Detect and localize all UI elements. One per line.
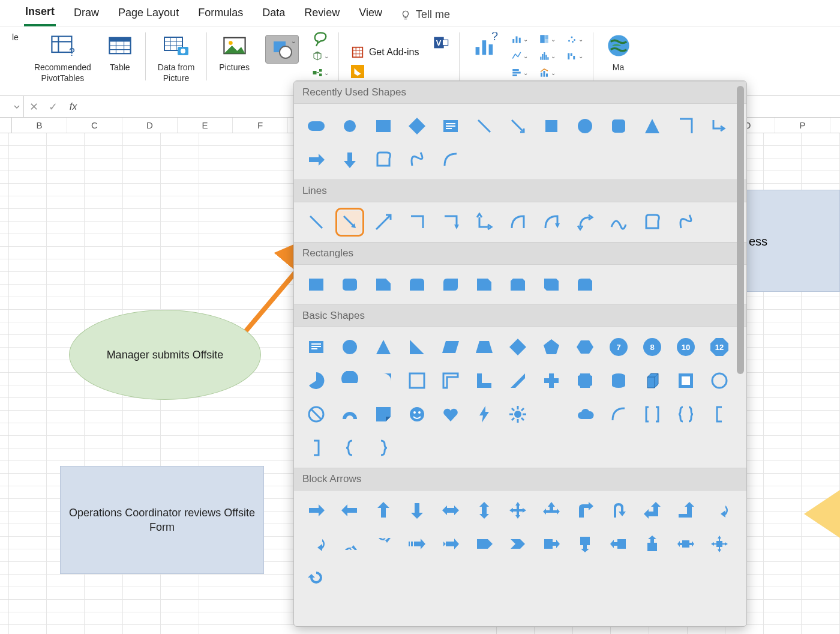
column-header[interactable]: C xyxy=(67,118,122,133)
visio-addin-button[interactable]: V xyxy=(433,36,449,49)
shape-arc[interactable] xyxy=(439,148,462,171)
shape-freeform[interactable] xyxy=(372,148,395,171)
recommended-pivottables-button[interactable]: ? Recommended PivotTables xyxy=(28,32,97,93)
shape-cube[interactable] xyxy=(641,369,664,392)
smartart-button[interactable]: ⌄ xyxy=(312,66,329,79)
shape-rect-single-corner[interactable] xyxy=(372,273,395,296)
shape-arrow-leftright[interactable] xyxy=(439,499,462,522)
shape-arrow-quad[interactable] xyxy=(506,499,529,522)
shape-no-symbol[interactable] xyxy=(305,403,328,426)
tab-draw[interactable]: Draw xyxy=(73,4,100,25)
shape-rounded-rectangle[interactable] xyxy=(305,115,328,137)
shape-left-bracket[interactable] xyxy=(708,403,731,426)
icons-button[interactable] xyxy=(312,32,329,46)
shape-elbow-double-arrow[interactable] xyxy=(473,211,496,234)
shape-circle-small[interactable] xyxy=(574,115,596,137)
column-header[interactable]: E xyxy=(178,118,233,133)
shape-lightning[interactable] xyxy=(473,403,496,426)
shape-rect-snip-two[interactable] xyxy=(506,273,529,296)
shape-dodecagon[interactable]: 12 xyxy=(708,336,731,358)
shape-right-bracket[interactable] xyxy=(305,436,328,459)
pictures-button[interactable]: Pictures xyxy=(213,32,256,93)
shape-rect-snip-corner[interactable] xyxy=(473,273,496,296)
shape-folded-corner[interactable] xyxy=(372,403,395,426)
shape-moon[interactable] xyxy=(540,403,563,426)
shape-arrow-striped-right[interactable] xyxy=(406,533,428,555)
bing-maps-addin-button[interactable] xyxy=(351,65,364,80)
column-header[interactable]: D xyxy=(122,118,178,133)
shape-hexagon[interactable] xyxy=(574,336,596,358)
shape-elbow-arrow[interactable] xyxy=(708,115,731,137)
shape-arrow-chevron[interactable] xyxy=(506,533,529,555)
pivottable-button-partial[interactable]: le xyxy=(12,32,25,93)
shape-arrow-uturn[interactable] xyxy=(607,499,630,522)
shape-line-plain[interactable] xyxy=(305,211,328,234)
shape-right-brace[interactable] xyxy=(372,436,395,459)
shape-rect-rounded[interactable] xyxy=(338,273,361,296)
shape-teardrop[interactable] xyxy=(372,369,395,392)
column-chart-button[interactable]: ⌄ xyxy=(511,32,528,46)
tab-insert[interactable]: Insert xyxy=(24,3,56,26)
shape-triangle-up[interactable] xyxy=(372,336,395,358)
shape-arrow-down-callout[interactable] xyxy=(574,533,596,555)
3d-models-button[interactable]: ⌄ xyxy=(312,49,329,62)
tab-view[interactable]: View xyxy=(358,4,383,25)
shape-arrow-bent-up[interactable] xyxy=(674,499,697,522)
shape-scribble[interactable] xyxy=(406,148,428,171)
histogram-chart-button[interactable]: ⌄ xyxy=(539,49,556,62)
shape-frame[interactable] xyxy=(406,369,428,392)
oval-shape-manager-submits[interactable]: Manager submits Offsite xyxy=(69,310,261,400)
shape-can[interactable] xyxy=(607,369,630,392)
shape-arrow-up[interactable] xyxy=(372,499,395,522)
shape-text-box[interactable] xyxy=(439,115,462,137)
treemap-chart-button[interactable]: ⌄ xyxy=(539,32,556,46)
shape-block-arc[interactable] xyxy=(338,403,361,426)
combo-chart-button[interactable]: ⌄ xyxy=(539,66,556,79)
shape-plaque[interactable] xyxy=(574,369,596,392)
shape-rounded-square[interactable] xyxy=(607,115,630,137)
shape-diamond2[interactable] xyxy=(506,336,529,358)
shape-arrow-curved-left[interactable] xyxy=(305,533,328,555)
shape-cloud[interactable] xyxy=(574,403,596,426)
shape-donut[interactable] xyxy=(708,369,731,392)
shape-rect-snip-diag[interactable] xyxy=(540,273,563,296)
rect-shape-operations-coordinator[interactable]: Operations Coordinator reviews Offsite F… xyxy=(60,466,264,574)
shape-curved-connector[interactable] xyxy=(506,211,529,234)
fx-label[interactable]: fx xyxy=(62,101,84,112)
data-from-picture-button[interactable]: Data from Picture xyxy=(152,32,200,93)
shape-arrow-pentagon[interactable] xyxy=(473,533,496,555)
shape-half-frame[interactable] xyxy=(439,369,462,392)
shape-arrow-quad-callout[interactable] xyxy=(708,533,731,555)
shape-heart[interactable] xyxy=(439,403,462,426)
shape-arrow-right[interactable] xyxy=(305,499,328,522)
shape-l-connector[interactable] xyxy=(674,115,697,137)
shape-arc2[interactable] xyxy=(607,403,630,426)
enter-formula-button[interactable]: ✓ xyxy=(43,100,62,113)
shape-oval[interactable] xyxy=(338,115,361,137)
shape-arrow-updown[interactable] xyxy=(473,499,496,522)
shape-arrow-notched-right[interactable] xyxy=(439,533,462,555)
shape-rect[interactable] xyxy=(305,273,328,296)
shape-diamond[interactable] xyxy=(406,115,428,137)
shape-rect-top-rounded[interactable] xyxy=(406,273,428,296)
shape-arrow-curved-up[interactable] xyxy=(338,533,361,555)
scatter-chart-button[interactable]: ⌄ xyxy=(566,32,583,46)
scrollbar-thumb[interactable] xyxy=(737,86,744,374)
shape-freeform-line[interactable] xyxy=(641,211,664,234)
column-header[interactable]: B xyxy=(12,118,67,133)
shape-chord[interactable] xyxy=(338,369,361,392)
shape-pentagon[interactable] xyxy=(540,336,563,358)
shape-decagon[interactable]: 10 xyxy=(674,336,697,358)
shape-arrow-curved-down[interactable] xyxy=(372,533,395,555)
shape-double-brace[interactable] xyxy=(674,403,697,426)
name-box[interactable] xyxy=(0,96,24,118)
shape-curved-arrow-connector[interactable] xyxy=(540,211,563,234)
tab-data[interactable]: Data xyxy=(261,4,286,25)
tab-page-layout[interactable]: Page Layout xyxy=(117,4,180,25)
shape-smiley[interactable] xyxy=(406,403,428,426)
shape-diagonal-stripe[interactable] xyxy=(506,369,529,392)
table-button[interactable]: Table xyxy=(101,32,139,93)
shape-rect-diag-rounded[interactable] xyxy=(439,273,462,296)
column-header[interactable]: P xyxy=(775,118,830,133)
shape-line-arrow[interactable] xyxy=(506,115,529,137)
